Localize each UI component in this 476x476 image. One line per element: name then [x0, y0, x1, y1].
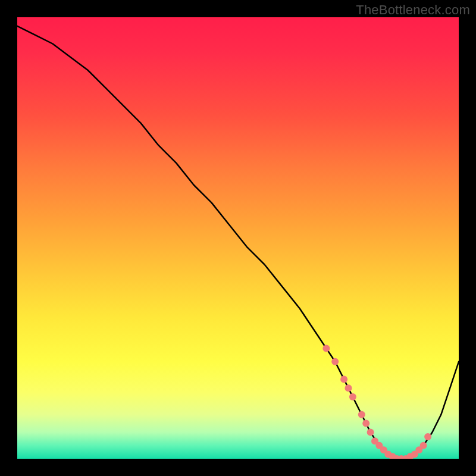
- marker-point: [349, 393, 356, 400]
- marker-point: [345, 384, 352, 392]
- marker-point: [331, 358, 339, 365]
- plot-area: [17, 17, 459, 459]
- marker-point: [362, 420, 369, 427]
- marker-point: [367, 429, 374, 436]
- chart-frame: TheBottleneck.com: [0, 0, 476, 476]
- marker-point: [340, 375, 347, 383]
- watermark-text: TheBottleneck.com: [356, 2, 470, 18]
- bottleneck-curve: [17, 26, 459, 459]
- highlight-markers: [322, 345, 431, 459]
- marker-point: [424, 433, 431, 440]
- chart-overlay: [17, 17, 459, 459]
- marker-point: [322, 345, 330, 352]
- marker-point: [358, 411, 365, 418]
- marker-point: [420, 442, 427, 449]
